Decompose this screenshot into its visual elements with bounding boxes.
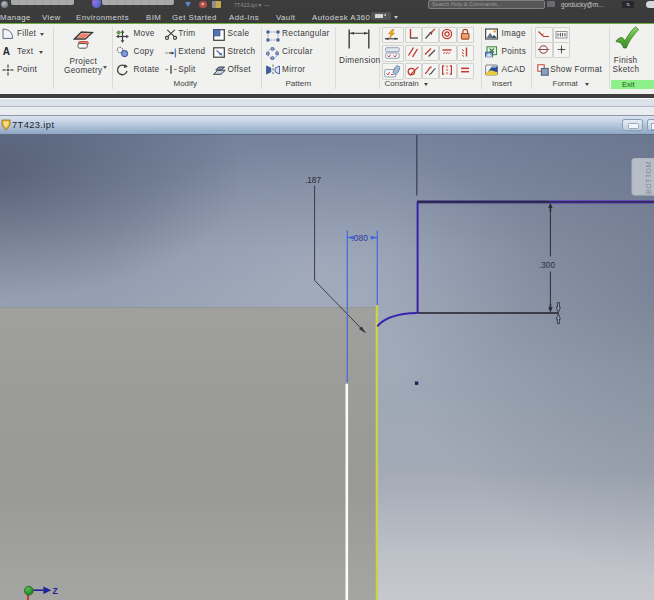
svg-text:.080: .080 bbox=[352, 233, 369, 243]
svg-text:.300: .300 bbox=[539, 261, 555, 270]
svg-text:Z: Z bbox=[53, 586, 58, 596]
svg-text:.187: .187 bbox=[305, 177, 321, 186]
svg-text:BOTTOM: BOTTOM bbox=[645, 161, 652, 194]
